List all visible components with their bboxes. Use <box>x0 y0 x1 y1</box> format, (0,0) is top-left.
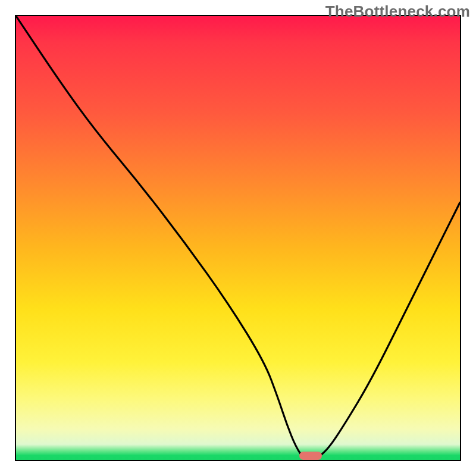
plot-area <box>15 15 461 461</box>
bottleneck-curve <box>16 16 460 460</box>
optimal-marker <box>299 452 322 460</box>
curve-layer <box>16 16 460 460</box>
bottleneck-chart: TheBottleneck.com <box>0 0 476 476</box>
watermark-text: TheBottleneck.com <box>325 2 470 21</box>
